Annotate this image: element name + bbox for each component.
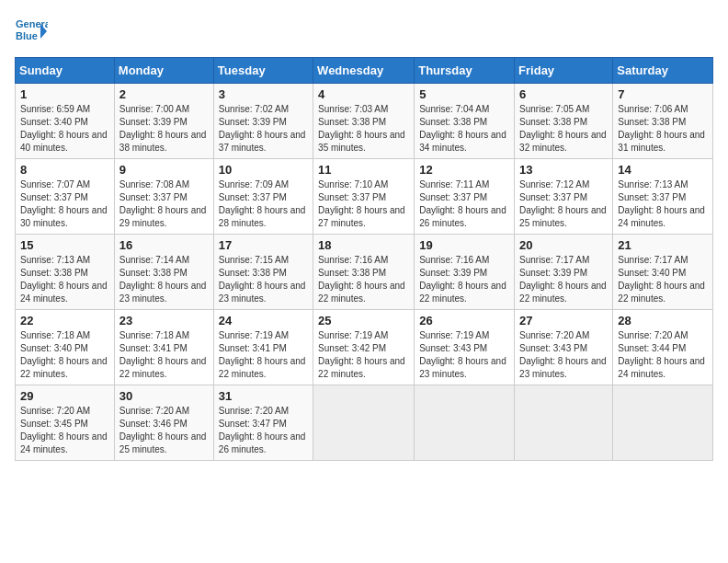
day-info: Sunrise: 7:11 AM Sunset: 3:37 PM Dayligh… <box>419 178 509 230</box>
day-info: Sunrise: 7:18 AM Sunset: 3:41 PM Dayligh… <box>119 329 209 381</box>
day-info: Sunrise: 7:03 AM Sunset: 3:38 PM Dayligh… <box>318 103 409 155</box>
day-info: Sunrise: 7:17 AM Sunset: 3:39 PM Dayligh… <box>519 254 608 305</box>
day-info: Sunrise: 7:08 AM Sunset: 3:37 PM Dayligh… <box>119 178 209 230</box>
calendar-day-cell: 10 Sunrise: 7:09 AM Sunset: 3:37 PM Dayl… <box>213 159 313 235</box>
calendar-day-cell <box>515 385 613 461</box>
calendar-day-cell <box>613 385 713 461</box>
day-info: Sunrise: 7:02 AM Sunset: 3:39 PM Dayligh… <box>219 103 308 155</box>
calendar-day-cell: 11 Sunrise: 7:10 AM Sunset: 3:37 PM Dayl… <box>313 159 415 235</box>
day-number: 22 <box>20 314 109 327</box>
day-info: Sunrise: 7:00 AM Sunset: 3:39 PM Dayligh… <box>119 103 209 155</box>
calendar-day-cell: 2 Sunrise: 7:00 AM Sunset: 3:39 PM Dayli… <box>114 84 213 159</box>
calendar-day-cell: 28 Sunrise: 7:20 AM Sunset: 3:44 PM Dayl… <box>613 310 713 385</box>
day-info: Sunrise: 7:06 AM Sunset: 3:38 PM Dayligh… <box>618 103 708 155</box>
day-number: 15 <box>20 238 109 252</box>
day-number: 30 <box>119 389 209 403</box>
day-number: 14 <box>618 163 708 177</box>
day-number: 25 <box>318 314 409 327</box>
day-info: Sunrise: 7:12 AM Sunset: 3:37 PM Dayligh… <box>519 178 608 230</box>
calendar-day-cell: 30 Sunrise: 7:20 AM Sunset: 3:46 PM Dayl… <box>114 385 213 461</box>
day-of-week-header: Friday <box>515 58 613 84</box>
day-info: Sunrise: 7:05 AM Sunset: 3:38 PM Dayligh… <box>519 103 608 155</box>
svg-text:Blue: Blue <box>16 30 38 41</box>
day-info: Sunrise: 7:19 AM Sunset: 3:41 PM Dayligh… <box>219 329 308 381</box>
calendar-day-cell <box>415 385 515 461</box>
day-number: 1 <box>20 87 109 101</box>
day-number: 16 <box>119 238 209 252</box>
calendar-day-cell: 1 Sunrise: 6:59 AM Sunset: 3:40 PM Dayli… <box>16 84 115 159</box>
day-number: 12 <box>419 163 509 177</box>
calendar-day-cell: 15 Sunrise: 7:13 AM Sunset: 3:38 PM Dayl… <box>16 235 115 310</box>
day-info: Sunrise: 7:09 AM Sunset: 3:37 PM Dayligh… <box>219 178 308 230</box>
day-number: 2 <box>119 87 209 101</box>
calendar-day-cell: 17 Sunrise: 7:15 AM Sunset: 3:38 PM Dayl… <box>213 235 313 310</box>
day-info: Sunrise: 7:20 AM Sunset: 3:45 PM Dayligh… <box>20 405 109 456</box>
day-info: Sunrise: 7:20 AM Sunset: 3:47 PM Dayligh… <box>219 405 308 456</box>
calendar-week-row: 29 Sunrise: 7:20 AM Sunset: 3:45 PM Dayl… <box>16 385 713 461</box>
calendar-day-cell: 7 Sunrise: 7:06 AM Sunset: 3:38 PM Dayli… <box>613 84 713 159</box>
calendar-day-cell: 22 Sunrise: 7:18 AM Sunset: 3:40 PM Dayl… <box>16 310 115 385</box>
calendar-day-cell: 9 Sunrise: 7:08 AM Sunset: 3:37 PM Dayli… <box>114 159 213 235</box>
calendar-day-cell: 23 Sunrise: 7:18 AM Sunset: 3:41 PM Dayl… <box>114 310 213 385</box>
day-number: 29 <box>20 389 109 403</box>
calendar-week-row: 1 Sunrise: 6:59 AM Sunset: 3:40 PM Dayli… <box>16 84 713 159</box>
day-info: Sunrise: 7:14 AM Sunset: 3:38 PM Dayligh… <box>119 254 209 305</box>
day-info: Sunrise: 7:20 AM Sunset: 3:46 PM Dayligh… <box>119 405 209 456</box>
day-info: Sunrise: 7:15 AM Sunset: 3:38 PM Dayligh… <box>219 254 308 305</box>
day-info: Sunrise: 7:16 AM Sunset: 3:39 PM Dayligh… <box>419 254 509 305</box>
calendar-day-cell: 25 Sunrise: 7:19 AM Sunset: 3:42 PM Dayl… <box>313 310 415 385</box>
calendar-day-cell: 18 Sunrise: 7:16 AM Sunset: 3:38 PM Dayl… <box>313 235 415 310</box>
calendar-header-row: SundayMondayTuesdayWednesdayThursdayFrid… <box>16 58 713 84</box>
day-number: 17 <box>219 238 308 252</box>
calendar-day-cell: 31 Sunrise: 7:20 AM Sunset: 3:47 PM Dayl… <box>213 385 313 461</box>
day-of-week-header: Wednesday <box>313 58 415 84</box>
day-number: 6 <box>519 87 608 101</box>
calendar-day-cell: 29 Sunrise: 7:20 AM Sunset: 3:45 PM Dayl… <box>16 385 115 461</box>
day-info: Sunrise: 7:13 AM Sunset: 3:38 PM Dayligh… <box>20 254 109 305</box>
calendar-day-cell: 24 Sunrise: 7:19 AM Sunset: 3:41 PM Dayl… <box>213 310 313 385</box>
day-number: 7 <box>618 87 708 101</box>
calendar-day-cell: 26 Sunrise: 7:19 AM Sunset: 3:43 PM Dayl… <box>415 310 515 385</box>
day-number: 28 <box>618 314 708 327</box>
day-info: Sunrise: 7:20 AM Sunset: 3:43 PM Dayligh… <box>519 329 608 381</box>
day-info: Sunrise: 7:04 AM Sunset: 3:38 PM Dayligh… <box>419 103 509 155</box>
day-number: 5 <box>419 87 509 101</box>
calendar-day-cell: 27 Sunrise: 7:20 AM Sunset: 3:43 PM Dayl… <box>515 310 613 385</box>
day-number: 31 <box>219 389 308 403</box>
calendar-day-cell: 4 Sunrise: 7:03 AM Sunset: 3:38 PM Dayli… <box>313 84 415 159</box>
calendar-day-cell: 14 Sunrise: 7:13 AM Sunset: 3:37 PM Dayl… <box>613 159 713 235</box>
day-number: 10 <box>219 163 308 177</box>
logo-svg: General Blue <box>15 15 48 48</box>
day-of-week-header: Tuesday <box>213 58 313 84</box>
day-number: 9 <box>119 163 209 177</box>
calendar-day-cell: 19 Sunrise: 7:16 AM Sunset: 3:39 PM Dayl… <box>415 235 515 310</box>
day-of-week-header: Sunday <box>16 58 115 84</box>
calendar-day-cell: 6 Sunrise: 7:05 AM Sunset: 3:38 PM Dayli… <box>515 84 613 159</box>
calendar-day-cell: 20 Sunrise: 7:17 AM Sunset: 3:39 PM Dayl… <box>515 235 613 310</box>
day-number: 4 <box>318 87 409 101</box>
day-number: 13 <box>519 163 608 177</box>
calendar-day-cell: 12 Sunrise: 7:11 AM Sunset: 3:37 PM Dayl… <box>415 159 515 235</box>
calendar-day-cell: 3 Sunrise: 7:02 AM Sunset: 3:39 PM Dayli… <box>213 84 313 159</box>
day-number: 20 <box>519 238 608 252</box>
calendar-table: SundayMondayTuesdayWednesdayThursdayFrid… <box>15 57 713 461</box>
day-number: 8 <box>20 163 109 177</box>
day-info: Sunrise: 7:10 AM Sunset: 3:37 PM Dayligh… <box>318 178 409 230</box>
day-of-week-header: Monday <box>114 58 213 84</box>
day-info: Sunrise: 7:17 AM Sunset: 3:40 PM Dayligh… <box>618 254 708 305</box>
day-info: Sunrise: 7:19 AM Sunset: 3:42 PM Dayligh… <box>318 329 409 381</box>
calendar-day-cell: 8 Sunrise: 7:07 AM Sunset: 3:37 PM Dayli… <box>16 159 115 235</box>
day-info: Sunrise: 7:16 AM Sunset: 3:38 PM Dayligh… <box>318 254 409 305</box>
calendar-day-cell: 16 Sunrise: 7:14 AM Sunset: 3:38 PM Dayl… <box>114 235 213 310</box>
day-number: 27 <box>519 314 608 327</box>
calendar-week-row: 15 Sunrise: 7:13 AM Sunset: 3:38 PM Dayl… <box>16 235 713 310</box>
calendar-week-row: 8 Sunrise: 7:07 AM Sunset: 3:37 PM Dayli… <box>16 159 713 235</box>
calendar-day-cell <box>313 385 415 461</box>
logo: General Blue <box>15 15 48 48</box>
day-number: 21 <box>618 238 708 252</box>
day-number: 19 <box>419 238 509 252</box>
calendar-day-cell: 5 Sunrise: 7:04 AM Sunset: 3:38 PM Dayli… <box>415 84 515 159</box>
day-info: Sunrise: 7:20 AM Sunset: 3:44 PM Dayligh… <box>618 329 708 381</box>
day-info: Sunrise: 7:19 AM Sunset: 3:43 PM Dayligh… <box>419 329 509 381</box>
calendar-day-cell: 13 Sunrise: 7:12 AM Sunset: 3:37 PM Dayl… <box>515 159 613 235</box>
